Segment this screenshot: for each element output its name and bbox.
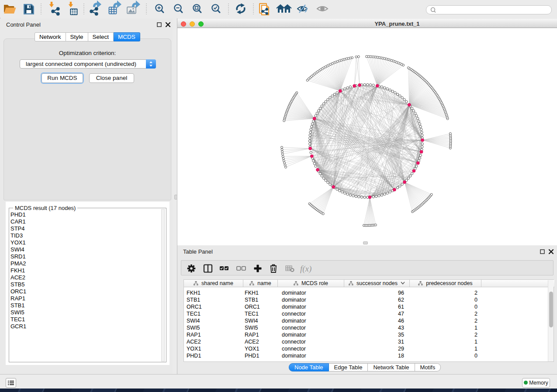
svg-text:f(x): f(x) — [300, 264, 311, 274]
